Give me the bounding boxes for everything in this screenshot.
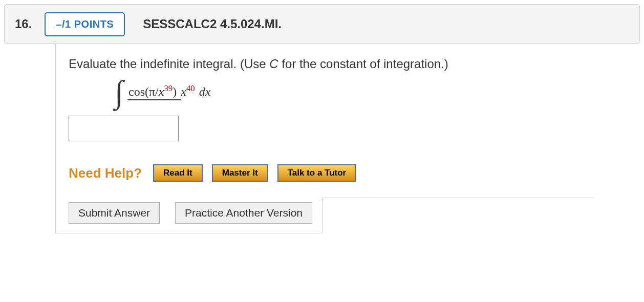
numerator: cos(π/x39) — [127, 85, 181, 100]
dx: dx — [199, 85, 211, 99]
question-prompt: Evaluate the indefinite integral. (Use C… — [69, 57, 580, 71]
fraction: cos(π/x39) x40 — [127, 85, 195, 99]
denominator: x40 — [181, 84, 195, 98]
den-exponent: 40 — [186, 83, 195, 93]
question-number: 16. — [15, 17, 32, 31]
need-help-row: Need Help? Read It Master It Talk to a T… — [69, 164, 580, 182]
integral-sign-icon: ∫ — [115, 82, 123, 101]
talk-to-tutor-button[interactable]: Talk to a Tutor — [277, 164, 357, 182]
question-header: 16. –/1 POINTS SESSCALC2 4.5.024.MI. — [4, 4, 640, 44]
question-body: Evaluate the indefinite integral. (Use C… — [55, 44, 593, 233]
practice-another-button[interactable]: Practice Another Version — [175, 202, 312, 224]
need-help-label: Need Help? — [69, 165, 142, 181]
prompt-prefix: Evaluate the indefinite integral. (Use — [69, 57, 269, 71]
den-base: x — [181, 85, 186, 98]
integral-formula: ∫ cos(π/x39) x40 dx — [115, 82, 580, 101]
tab-shelf — [322, 198, 593, 233]
arg-base: x — [159, 85, 164, 98]
func-cos: cos — [128, 85, 145, 98]
prompt-constant-var: C — [269, 57, 278, 71]
submit-answer-button[interactable]: Submit Answer — [69, 202, 160, 224]
read-it-button[interactable]: Read It — [153, 164, 203, 182]
pi-over: π/ — [149, 85, 159, 98]
master-it-button[interactable]: Master It — [212, 164, 268, 182]
points-badge[interactable]: –/1 POINTS — [45, 12, 125, 36]
prompt-suffix: for the constant of integration.) — [278, 57, 448, 71]
arg-exponent: 39 — [164, 83, 173, 93]
answer-input[interactable] — [69, 116, 179, 141]
question-id: SESSCALC2 4.5.024.MI. — [143, 17, 282, 31]
